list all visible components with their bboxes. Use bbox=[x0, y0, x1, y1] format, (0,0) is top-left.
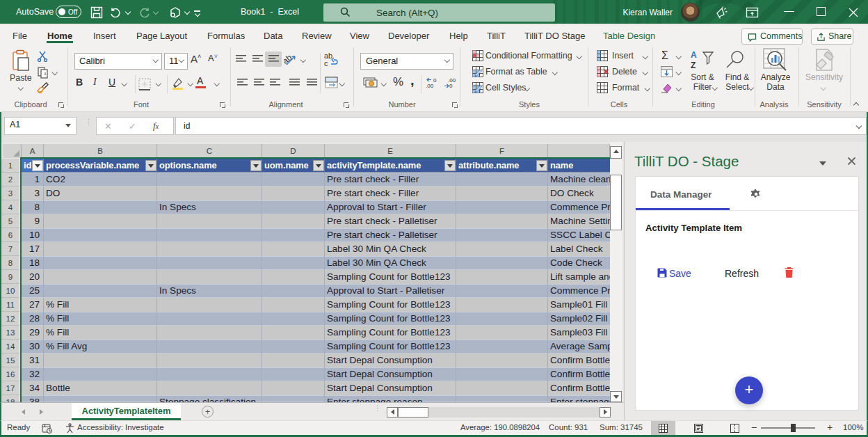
svg-text:Z: Z bbox=[691, 61, 696, 70]
svg-text:0: 0 bbox=[449, 83, 453, 89]
svg-text:0: 0 bbox=[433, 77, 437, 84]
svg-text:A: A bbox=[691, 50, 697, 60]
svg-text:c: c bbox=[324, 59, 328, 67]
svg-text:.00: .00 bbox=[426, 83, 434, 89]
